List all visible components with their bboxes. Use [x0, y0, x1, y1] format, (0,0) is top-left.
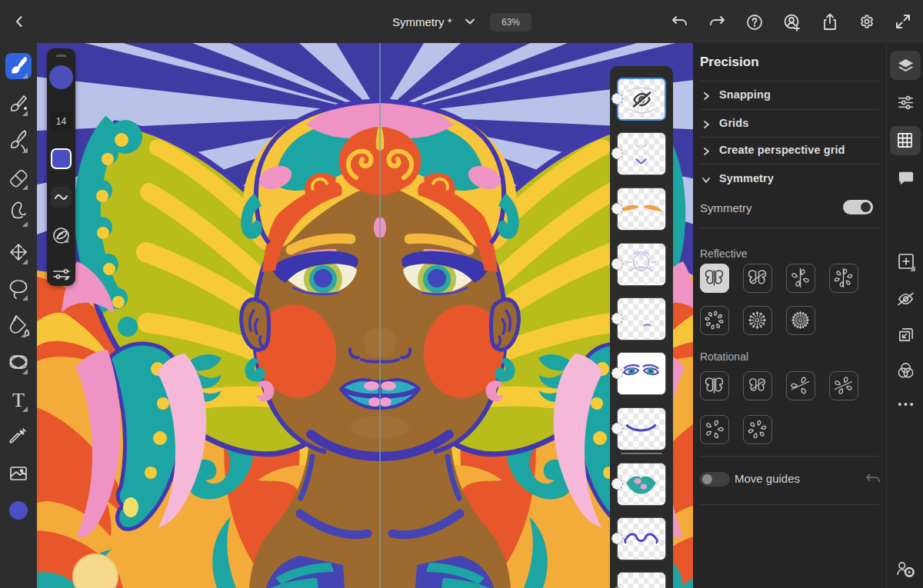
svg-text:T: T [12, 389, 25, 411]
